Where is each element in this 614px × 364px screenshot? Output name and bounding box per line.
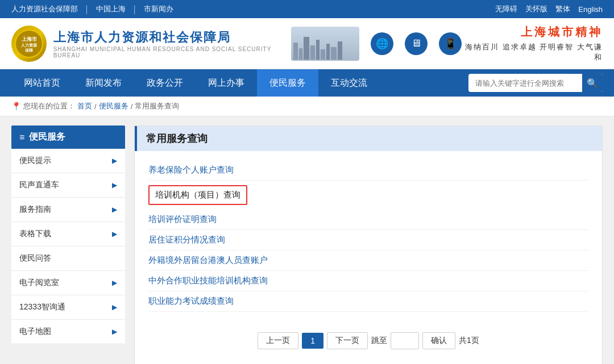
content-panel: 常用服务查询 养老保险个人账户查询 培训机构（项目）查询 培训评价证明查询 居住… bbox=[134, 125, 603, 364]
nav-interact[interactable]: 互动交流 bbox=[318, 69, 380, 97]
logo-emblem: 上海市 人力资源 保障 bbox=[11, 26, 47, 62]
arrow-icon: ▶ bbox=[112, 279, 117, 287]
svg-text:上海市: 上海市 bbox=[21, 36, 37, 42]
sidebar-item-12333[interactable]: 12333智询通 ▶ bbox=[11, 295, 125, 320]
arrow-icon: ▶ bbox=[112, 328, 117, 336]
list-item-training[interactable]: 培训机构（项目）查询 bbox=[148, 185, 247, 205]
breadcrumb: 📍 您现在的位置： 首页 / 便民服务 / 常用服务查询 bbox=[0, 97, 614, 116]
arrow-icon: ▶ bbox=[112, 303, 117, 311]
list-item-residence[interactable]: 居住证积分情况查询 bbox=[148, 230, 588, 250]
nav-service[interactable]: 便民服务 bbox=[257, 69, 318, 97]
svg-text:人力资源: 人力资源 bbox=[20, 43, 38, 48]
nav-news[interactable]: 新闻发布 bbox=[73, 69, 134, 97]
top-bar-link-shanghai[interactable]: 中国上海 bbox=[96, 4, 126, 14]
sidebar: ≡ 便民服务 便民提示 ▶ 民声直通车 ▶ 服务指南 ▶ 表格下载 ▶ 便民问答… bbox=[11, 125, 125, 364]
weibo-icon-btn[interactable]: 🌐 bbox=[371, 32, 393, 55]
next-page-button[interactable]: 下一页 bbox=[327, 332, 368, 349]
list-item-exam[interactable]: 职业能力考试成绩查询 bbox=[148, 291, 588, 312]
sidebar-item-faq[interactable]: 便民问答 bbox=[11, 246, 125, 271]
sidebar-item-label: 电子地图 bbox=[19, 327, 51, 337]
svg-text:保障: 保障 bbox=[24, 48, 34, 53]
city-spirit: 上海城市精神 海纳百川 追求卓越 开明睿智 大气谦和 bbox=[462, 24, 603, 62]
confirm-button[interactable]: 确认 bbox=[422, 332, 455, 349]
sidebar-item-label: 表格下载 bbox=[19, 229, 51, 239]
nav-home[interactable]: 网站首页 bbox=[11, 69, 73, 97]
top-bar-right: 无障碍 关怀版 繁体 English bbox=[495, 4, 603, 14]
city-spirit-subtitle: 海纳百川 追求卓越 开明睿智 大气谦和 bbox=[462, 42, 603, 62]
traditional-chinese-link[interactable]: 繁体 bbox=[555, 4, 570, 14]
header-social-icons: 🌐 🖥 📱 bbox=[291, 27, 462, 61]
total-pages-label: 共1页 bbox=[459, 336, 479, 346]
jump-label: 跳至 bbox=[371, 336, 387, 346]
english-link[interactable]: English bbox=[578, 5, 603, 14]
top-bar-link-news[interactable]: 市新闻办 bbox=[144, 4, 173, 14]
logo-text: 上海市人力资源和社会保障局 SHANGHAI MUNICIPAL HUMAN R… bbox=[53, 29, 292, 58]
page-jump-input[interactable] bbox=[391, 332, 419, 349]
nav-online[interactable]: 网上办事 bbox=[196, 69, 257, 97]
arrow-icon: ▶ bbox=[112, 181, 117, 189]
list-item-foreign[interactable]: 外籍境外居留台港澳人员查账户 bbox=[148, 250, 588, 271]
sidebar-title-label: 便民服务 bbox=[29, 131, 65, 143]
sidebar-item-download[interactable]: 表格下载 ▶ bbox=[11, 222, 125, 246]
arrow-icon: ▶ bbox=[112, 157, 117, 165]
screen-icon-btn[interactable]: 🖥 bbox=[405, 32, 428, 55]
prev-page-button[interactable]: 上一页 bbox=[258, 332, 298, 349]
content-title: 常用服务查询 bbox=[135, 126, 602, 151]
sidebar-title-icon: ≡ bbox=[19, 132, 24, 143]
city-spirit-title: 上海城市精神 bbox=[462, 24, 603, 40]
sidebar-item-label: 12333智询通 bbox=[19, 302, 65, 312]
sidebar-item-guide[interactable]: 服务指南 ▶ bbox=[11, 198, 125, 222]
accessibility-link[interactable]: 无障碍 bbox=[495, 4, 517, 14]
pagination: 上一页 1 下一页 跳至 确认 共1页 bbox=[135, 321, 602, 361]
list-item-cert[interactable]: 培训评价证明查询 bbox=[148, 210, 588, 230]
header: 上海市 人力资源 保障 上海市人力资源和社会保障局 SHANGHAI MUNIC… bbox=[0, 18, 614, 69]
sidebar-item-reading[interactable]: 电子阅览室 ▶ bbox=[11, 271, 125, 295]
sidebar-item-map[interactable]: 电子地图 ▶ bbox=[11, 320, 125, 344]
arrow-icon: ▶ bbox=[112, 206, 117, 214]
nav-politics[interactable]: 政务公开 bbox=[134, 69, 196, 97]
mobile-icon-btn[interactable]: 📱 bbox=[439, 32, 462, 55]
sidebar-item-label: 便民提示 bbox=[19, 156, 51, 166]
breadcrumb-service[interactable]: 便民服务 bbox=[99, 101, 128, 111]
top-bar-left: 人力资源社会保障部 │ 中国上海 │ 市新闻办 bbox=[11, 4, 173, 14]
arrow-icon: ▶ bbox=[112, 230, 117, 238]
nav-bar: 网站首页 新闻发布 政务公开 网上办事 便民服务 互动交流 🔍 bbox=[0, 69, 614, 97]
list-item-pension[interactable]: 养老保险个人账户查询 bbox=[148, 160, 588, 181]
page-1-button[interactable]: 1 bbox=[302, 333, 323, 349]
breadcrumb-label: 您现在的位置： bbox=[23, 101, 75, 111]
sidebar-item-voice[interactable]: 民声直通车 ▶ bbox=[11, 173, 125, 198]
search-button[interactable]: 🔍 bbox=[582, 74, 603, 92]
breadcrumb-current: 常用服务查询 bbox=[135, 101, 179, 111]
top-bar-link-hrss[interactable]: 人力资源社会保障部 bbox=[11, 4, 78, 14]
sidebar-item-label: 服务指南 bbox=[19, 204, 51, 215]
location-icon: 📍 bbox=[11, 102, 21, 111]
logo-subtitle: SHANGHAI MUNICIPAL HUMAN RESOURCES AND S… bbox=[53, 46, 292, 58]
breadcrumb-home[interactable]: 首页 bbox=[77, 101, 92, 111]
sidebar-item-label: 电子阅览室 bbox=[19, 278, 59, 288]
sidebar-item-tips[interactable]: 便民提示 ▶ bbox=[11, 149, 125, 173]
care-version-link[interactable]: 关怀版 bbox=[525, 4, 547, 14]
logo-title: 上海市人力资源和社会保障局 bbox=[53, 29, 292, 46]
content-list: 养老保险个人账户查询 培训机构（项目）查询 培训评价证明查询 居住证积分情况查询… bbox=[135, 151, 602, 321]
sidebar-item-label: 便民问答 bbox=[19, 253, 51, 263]
header-logo: 上海市 人力资源 保障 上海市人力资源和社会保障局 SHANGHAI MUNIC… bbox=[11, 26, 291, 62]
top-bar: 人力资源社会保障部 │ 中国上海 │ 市新闻办 无障碍 关怀版 繁体 Engli… bbox=[0, 0, 614, 18]
sidebar-item-label: 民声直通车 bbox=[19, 180, 59, 190]
main-content: ≡ 便民服务 便民提示 ▶ 民声直通车 ▶ 服务指南 ▶ 表格下载 ▶ 便民问答… bbox=[0, 116, 614, 364]
nav-search[interactable]: 🔍 bbox=[468, 74, 603, 92]
list-item-joint[interactable]: 中外合作职业技能培训机构查询 bbox=[148, 271, 588, 291]
sidebar-title: ≡ 便民服务 bbox=[11, 125, 125, 149]
search-input[interactable] bbox=[468, 79, 582, 87]
